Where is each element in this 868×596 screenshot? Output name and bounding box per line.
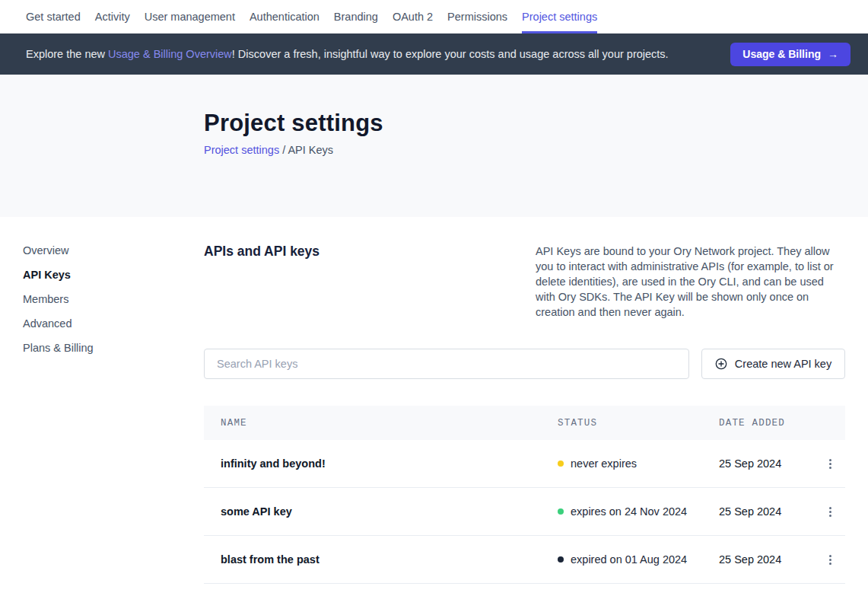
api-key-date-added: 25 Sep 2024 bbox=[719, 505, 816, 518]
kebab-menu-button[interactable] bbox=[825, 454, 836, 473]
breadcrumb-current: API Keys bbox=[288, 144, 333, 156]
page-title: Project settings bbox=[204, 110, 868, 137]
breadcrumb: Project settings / API Keys bbox=[204, 144, 868, 156]
nav-tab-oauth2[interactable]: OAuth 2 bbox=[393, 0, 433, 33]
api-key-date-added: 25 Sep 2024 bbox=[719, 457, 816, 470]
api-key-status: never expires bbox=[558, 457, 719, 470]
usage-billing-overview-link[interactable]: Usage & Billing Overview bbox=[108, 48, 232, 60]
sidebar-item-plans-billing[interactable]: Plans & Billing bbox=[23, 341, 204, 355]
banner-text: Explore the new Usage & Billing Overview… bbox=[26, 48, 669, 60]
sidebar-item-api-keys[interactable]: API Keys bbox=[23, 268, 204, 282]
top-nav: Get started Activity User management Aut… bbox=[0, 0, 868, 33]
api-key-name: blast from the past bbox=[221, 553, 558, 566]
breadcrumb-separator: / bbox=[282, 144, 285, 156]
section-title: APIs and API keys bbox=[204, 244, 320, 320]
sidebar-item-overview[interactable]: Overview bbox=[23, 244, 204, 257]
api-key-date-added: 25 Sep 2024 bbox=[719, 553, 816, 566]
api-keys-panel: APIs and API keys API Keys are bound to … bbox=[204, 244, 845, 584]
arrow-right-icon: → bbox=[828, 48, 838, 60]
table-header-row: NAME STATUS DATE ADDED bbox=[204, 406, 845, 440]
breadcrumb-project-settings-link[interactable]: Project settings bbox=[204, 144, 279, 156]
kebab-menu-button[interactable] bbox=[825, 550, 836, 569]
settings-sidebar: Overview API Keys Members Advanced Plans… bbox=[23, 244, 204, 584]
nav-tab-permissions[interactable]: Permissions bbox=[447, 0, 507, 33]
api-key-status: expired on 01 Aug 2024 bbox=[558, 553, 719, 566]
search-input[interactable] bbox=[204, 349, 689, 379]
table-row: some API key expires on 24 Nov 2024 25 S… bbox=[204, 488, 845, 536]
column-header-status: STATUS bbox=[558, 418, 719, 429]
api-key-name: some API key bbox=[221, 505, 558, 518]
table-row: infinity and beyond! never expires 25 Se… bbox=[204, 440, 845, 488]
nav-tab-branding[interactable]: Branding bbox=[334, 0, 378, 33]
content-area: Overview API Keys Members Advanced Plans… bbox=[0, 217, 868, 584]
status-dot-icon bbox=[558, 508, 564, 515]
column-header-date-added: DATE ADDED bbox=[719, 418, 816, 429]
nav-tab-project-settings[interactable]: Project settings bbox=[522, 0, 597, 33]
api-key-name: infinity and beyond! bbox=[221, 457, 558, 470]
create-api-key-button[interactable]: Create new API key bbox=[701, 349, 845, 379]
section-description: API Keys are bound to your Ory Network p… bbox=[536, 244, 845, 320]
api-key-status: expires on 24 Nov 2024 bbox=[558, 505, 719, 518]
nav-tab-get-started[interactable]: Get started bbox=[26, 0, 81, 33]
nav-tab-activity[interactable]: Activity bbox=[95, 0, 130, 33]
status-dot-icon bbox=[558, 556, 564, 563]
column-header-name: NAME bbox=[221, 418, 558, 429]
toolbar: Create new API key bbox=[204, 349, 845, 379]
nav-tab-authentication[interactable]: Authentication bbox=[250, 0, 320, 33]
api-keys-table: NAME STATUS DATE ADDED infinity and beyo… bbox=[204, 406, 845, 584]
nav-tab-user-management[interactable]: User management bbox=[145, 0, 235, 33]
status-dot-icon bbox=[558, 461, 564, 467]
sidebar-item-members[interactable]: Members bbox=[23, 292, 204, 306]
usage-billing-banner: Explore the new Usage & Billing Overview… bbox=[0, 33, 868, 75]
usage-billing-button[interactable]: Usage & Billing → bbox=[730, 43, 851, 66]
plus-circle-icon bbox=[715, 358, 727, 370]
table-row: blast from the past expired on 01 Aug 20… bbox=[204, 536, 845, 584]
kebab-menu-button[interactable] bbox=[825, 502, 836, 521]
sidebar-item-advanced[interactable]: Advanced bbox=[23, 317, 204, 330]
page-header: Project settings Project settings / API … bbox=[0, 75, 868, 217]
